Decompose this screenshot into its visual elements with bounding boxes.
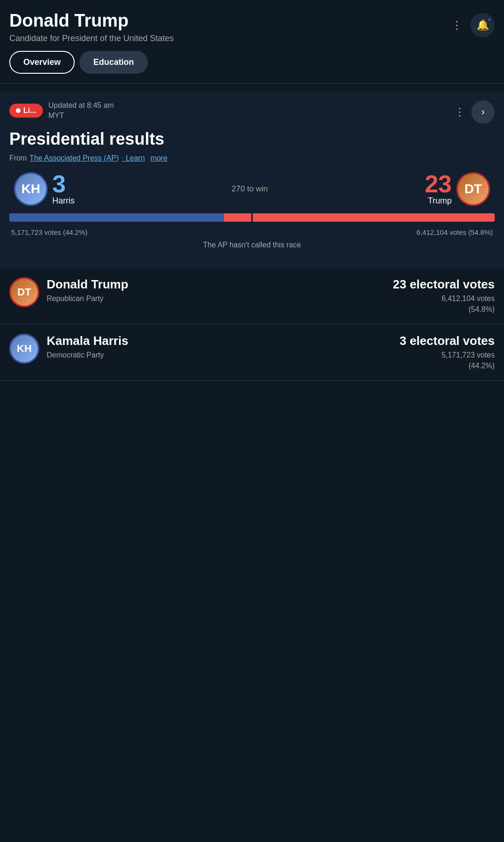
harris-popular-label: 5,171,723 votes (44.2%) (399, 350, 495, 371)
vote-bar-midpoint (252, 213, 253, 222)
tab-bar: Overview Education (0, 51, 504, 83)
live-header-right: ⋮ › (454, 100, 495, 124)
trump-detail-party: Republican Party (47, 294, 385, 304)
trump-avatar: DT (456, 172, 490, 206)
harris-detail-row: KH Kamala Harris Democratic Party 3 elec… (0, 324, 504, 381)
harris-avatar: KH (14, 172, 48, 206)
more-link[interactable]: more (150, 154, 167, 162)
harris-candidate: KH 3 Harris (14, 172, 75, 206)
live-badge: Li... (9, 104, 43, 118)
source-ap-link[interactable]: The Associated Press (AP) (29, 154, 119, 162)
page-header: Donald Trump Candidate for President of … (0, 0, 504, 51)
harris-name-label: Harris (52, 196, 75, 206)
threshold-label: 270 to win (231, 184, 268, 194)
tab-education[interactable]: Education (79, 51, 148, 74)
ap-call-notice: The AP hasn't called this race (9, 241, 495, 249)
trump-detail-name: Donald Trump (47, 277, 385, 292)
live-results-card: Li... Updated at 8:45 am MYT ⋮ › Preside… (0, 91, 504, 268)
results-title: Presidential results (9, 129, 495, 148)
trump-detail-row: DT Donald Trump Republican Party 23 elec… (0, 268, 504, 324)
trump-electoral-label: 23 electoral votes (393, 277, 495, 292)
harris-vote-bar (9, 213, 224, 222)
harris-detail-party: Democratic Party (47, 350, 392, 360)
harris-electoral-label: 3 electoral votes (399, 334, 495, 348)
live-badge-text: Li... (23, 106, 36, 115)
card-more-options-icon[interactable]: ⋮ (454, 105, 466, 119)
page-subtitle: Candidate for President of the United St… (9, 34, 451, 43)
live-card-header: Li... Updated at 8:45 am MYT ⋮ › (9, 100, 495, 124)
harris-popular-votes: 5,171,723 votes (44.2%) (11, 228, 87, 236)
header-info: Donald Trump Candidate for President of … (9, 11, 451, 43)
source-prefix: From (9, 154, 27, 162)
header-divider (0, 83, 504, 84)
trump-avatar-image: DT (458, 174, 489, 204)
tab-overview[interactable]: Overview (9, 51, 75, 74)
trump-name-label: Trump (425, 196, 452, 206)
harris-detail-info: Kamala Harris Democratic Party (47, 334, 392, 360)
vote-progress-bar (9, 213, 495, 222)
vote-counts-row: 5,171,723 votes (44.2%) 6,412,104 votes … (9, 228, 495, 236)
page-title: Donald Trump (9, 11, 451, 31)
source-attribution: From The Associated Press (AP) · Learn m… (9, 154, 495, 162)
more-options-icon[interactable]: ⋮ (451, 19, 463, 32)
expand-button[interactable]: › (471, 100, 495, 124)
trump-detail-avatar: DT (9, 277, 39, 307)
trump-popular-label: 6,412,104 votes (54.8%) (393, 294, 495, 315)
trump-detail-avatar-image: DT (11, 279, 38, 306)
update-time: Updated at 8:45 am MYT (49, 100, 114, 121)
trump-detail-info: Donald Trump Republican Party (47, 277, 385, 304)
live-status-row: Li... Updated at 8:45 am MYT (9, 100, 114, 121)
trump-vote-info: 23 Trump (425, 172, 452, 206)
harris-detail-avatar-image: KH (11, 335, 38, 362)
live-indicator-dot (16, 108, 21, 113)
trump-popular-votes: 6,412,104 votes (54.8%) (417, 228, 493, 236)
trump-candidate: DT 23 Trump (425, 172, 490, 206)
trump-detail-votes: 23 electoral votes 6,412,104 votes (54.8… (393, 277, 495, 315)
harris-detail-votes: 3 electoral votes 5,171,723 votes (44.2%… (399, 334, 495, 371)
harris-vote-info: 3 Harris (52, 172, 75, 206)
harris-electoral-count: 3 (52, 172, 75, 196)
harris-detail-name: Kamala Harris (47, 334, 392, 348)
learn-more-link[interactable]: · Learn (122, 154, 145, 162)
notification-bell-button[interactable]: 🔔+ (470, 13, 495, 37)
candidates-comparison-row: KH 3 Harris 270 to win DT 23 Trump (9, 172, 495, 206)
harris-detail-avatar: KH (9, 334, 39, 364)
harris-avatar-image: KH (15, 174, 46, 204)
header-actions: ⋮ 🔔+ (451, 11, 495, 37)
election-results-section: KH 3 Harris 270 to win DT 23 Trump (9, 172, 495, 259)
trump-electoral-count: 23 (425, 172, 452, 196)
